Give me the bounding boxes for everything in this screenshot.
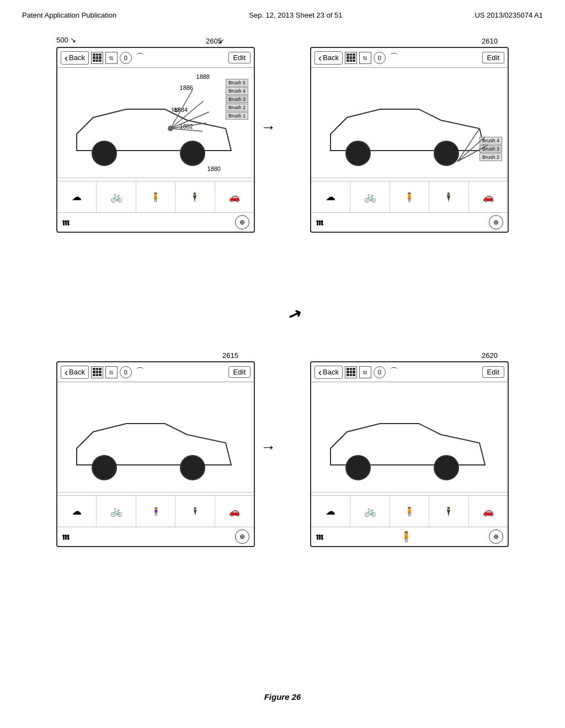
svg-point-16 [434, 456, 459, 480]
zero-icon-2620[interactable]: 0 [374, 366, 386, 378]
thumbnails-2605: ☁ 🚲 🧍 🕴 🚗 [57, 181, 254, 213]
thumb-person2-2610[interactable]: 🕴 [429, 181, 468, 212]
thumb-cloud-2620[interactable]: ☁ [311, 496, 350, 527]
toolbar-2615: Back ⧅ 0 ⌒ Edit [57, 362, 254, 382]
grid-icon-2610[interactable] [345, 52, 357, 64]
canvas-2620 [311, 382, 508, 493]
thumb-person1-2620[interactable]: 🧍 [390, 496, 429, 527]
thumb-bike-2610[interactable]: 🚲 [350, 181, 390, 212]
slash-icon-2620[interactable]: ⧅ [359, 366, 371, 378]
brush-item-3[interactable]: Brush 3 [226, 95, 248, 103]
slash-icon-2605[interactable]: ⧅ [105, 52, 118, 64]
bottom-bar-2620: 𝖒 🧍 ⊕ [311, 527, 508, 546]
back-button-2615[interactable]: Back [61, 366, 89, 379]
svg-point-1 [180, 141, 205, 165]
brush-item-1[interactable]: Brush 1 [226, 112, 248, 120]
edit-button-2620[interactable]: Edit [482, 366, 504, 378]
brush-item-5[interactable]: Brush 5 [226, 79, 248, 87]
settings-icon-2615[interactable]: ⊕ [235, 529, 249, 544]
thumb-bike-2620[interactable]: 🚲 [350, 496, 390, 527]
settings-icon-2605[interactable]: ⊕ [235, 215, 249, 229]
header-middle: Sep. 12, 2013 Sheet 23 of 51 [249, 11, 342, 19]
thumb-person1-2605[interactable]: 🧍 [136, 181, 175, 212]
back-button-2605[interactable]: Back [61, 51, 89, 65]
car-svg-2610 [314, 73, 502, 178]
round-icon-2615[interactable]: ⌒ [134, 366, 146, 378]
zero-icon-2615[interactable]: 0 [120, 366, 132, 378]
panel-2610: 2610 Back ⧅ 0 ⌒ Edit [310, 47, 509, 233]
slash-icon-2610[interactable]: ⧅ [359, 52, 371, 64]
round-icon-2620[interactable]: ⌒ [388, 366, 400, 378]
edit-button-2605[interactable]: Edit [228, 52, 250, 63]
bottom-bar-2605: 𝖒 ⊕ [57, 213, 254, 232]
grid-icon-2605[interactable] [91, 52, 103, 64]
header-left: Patent Application Publication [22, 11, 116, 19]
thumb-bike-2615[interactable]: 🚲 [97, 496, 136, 527]
person-icon-2620[interactable]: 🧍 [400, 531, 412, 543]
slash-icon-2615[interactable]: ⧅ [105, 366, 118, 378]
svg-point-15 [346, 456, 370, 480]
bars-icon-2605[interactable]: 𝖒 [62, 217, 70, 228]
bars-icon-2615[interactable]: 𝖒 [62, 531, 70, 543]
round-icon-2610[interactable]: ⌒ [388, 52, 400, 64]
thumb-cloud-2610[interactable]: ☁ [311, 181, 350, 212]
brush-item-2-2610[interactable]: Brush 2 [479, 153, 502, 161]
arrow-right-bottom: → [260, 438, 276, 456]
canvas-2615 [57, 382, 254, 493]
canvas-2605: 1888 1886 1884 1882 1880 tap [57, 68, 254, 178]
thumb-cloud-2605[interactable]: ☁ [57, 181, 97, 212]
phone-mockup-2610: Back ⧅ 0 ⌒ Edit [310, 47, 509, 233]
brush-item-4[interactable]: Brush 4 [226, 87, 248, 95]
svg-point-7 [168, 126, 173, 131]
thumb-car-2615[interactable]: 🚗 [215, 496, 254, 527]
callout-2610: 2610 [482, 37, 498, 45]
thumb-person1-2615[interactable]: 🧍‍♀️ [136, 496, 175, 527]
diagram-area: 500 ↘ 2605 ↙ Back ⧅ [56, 36, 509, 681]
toolbar-2605: Back ⧅ 0 ⌒ Edit [57, 48, 254, 68]
thumb-person2-2620[interactable]: 🕴 [429, 496, 468, 527]
back-button-2610[interactable]: Back [315, 51, 343, 65]
brush-item-4-2610[interactable]: Brush 4 [479, 137, 502, 144]
settings-icon-2620[interactable]: ⊕ [489, 529, 503, 544]
zero-icon-2605[interactable]: 0 [120, 52, 132, 64]
panel-2620: 2620 Back ⧅ 0 ⌒ Edit [310, 361, 509, 547]
zero-icon-2610[interactable]: 0 [374, 52, 386, 64]
car-svg-2620 [314, 388, 502, 493]
thumb-person1-2610[interactable]: 🧍 [390, 181, 429, 212]
panel-2605: 2605 ↙ Back ⧅ 0 ⌒ Edit [56, 47, 255, 233]
svg-line-6 [170, 129, 202, 131]
bottom-bar-2615: 𝖒 ⊕ [57, 527, 254, 546]
round-icon-2605[interactable]: ⌒ [134, 52, 146, 64]
back-button-2620[interactable]: Back [315, 366, 343, 379]
ref-500: 500 ↘ [56, 36, 76, 44]
bars-icon-2620[interactable]: 𝖒 [316, 531, 323, 543]
svg-line-2 [170, 90, 193, 129]
settings-icon-2610[interactable]: ⊕ [489, 215, 503, 229]
thumb-car-2605[interactable]: 🚗 [215, 181, 254, 212]
page: Patent Application Publication Sep. 12, … [0, 0, 565, 728]
arrow-right-top: → [260, 119, 276, 136]
svg-point-8 [346, 141, 370, 165]
canvas-2610: Brush 4 Brush 3 Brush 2 [311, 68, 508, 178]
phone-mockup-2615: Back ⧅ 0 ⌒ Edit [56, 361, 255, 547]
svg-point-9 [434, 141, 459, 165]
brush-item-3-2610[interactable]: Brush 3 [479, 145, 502, 153]
thumb-car-2620[interactable]: 🚗 [469, 496, 508, 527]
brush-item-2[interactable]: Brush 2 [226, 104, 248, 111]
thumbnails-2615: ☁ 🚲 🧍‍♀️ 🕴 🚗 [57, 496, 254, 527]
edit-button-2610[interactable]: Edit [482, 52, 504, 63]
thumb-car-2610[interactable]: 🚗 [469, 181, 508, 212]
brush-popup-2610: Brush 4 Brush 3 Brush 2 [479, 137, 502, 161]
bars-icon-2610[interactable]: 𝖒 [316, 217, 323, 228]
arrow-down-left: ↙ [285, 304, 303, 326]
car-svg-2615 [60, 388, 248, 493]
thumb-person2-2605[interactable]: 🕴 [175, 181, 215, 212]
car-svg-2605 [60, 73, 248, 178]
grid-icon-2615[interactable] [91, 366, 103, 378]
edit-button-2615[interactable]: Edit [228, 366, 250, 378]
thumb-cloud-2615[interactable]: ☁ [57, 496, 97, 527]
grid-icon-2620[interactable] [345, 366, 357, 378]
thumb-person2-2615[interactable]: 🕴 [175, 496, 215, 527]
thumbnails-2620: ☁ 🚲 🧍 🕴 🚗 [311, 496, 508, 527]
thumb-bike-2605[interactable]: 🚲 [97, 181, 136, 212]
